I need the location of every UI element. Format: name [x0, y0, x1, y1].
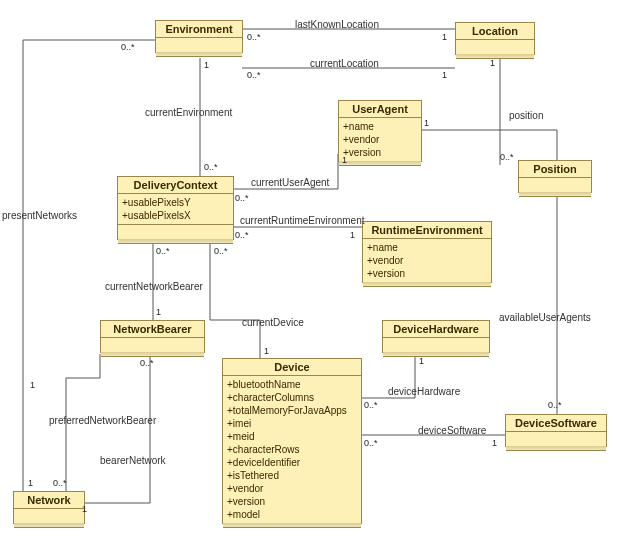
attr: +usablePixelsX — [122, 209, 229, 222]
mult: 1 — [442, 70, 447, 80]
class-title: Position — [519, 161, 591, 178]
assoc-currentnetworkbearer: currentNetworkBearer — [105, 281, 203, 292]
mult: 1 — [204, 60, 209, 70]
attr: +characterRows — [227, 443, 357, 456]
assoc-currentuseragent: currentUserAgent — [251, 177, 329, 188]
class-title: UserAgent — [339, 101, 421, 118]
attr: +characterColumns — [227, 391, 357, 404]
attr: +isTethered — [227, 469, 357, 482]
mult: 1 — [419, 356, 424, 366]
assoc-currentdevice: currentDevice — [242, 317, 304, 328]
class-position: Position — [518, 160, 592, 193]
mult: 0..* — [235, 193, 249, 203]
attr: +meid — [227, 430, 357, 443]
assoc-currentenvironment: currentEnvironment — [145, 107, 232, 118]
attr: +deviceIdentifier — [227, 456, 357, 469]
mult: 0..* — [140, 358, 154, 368]
mult: 1 — [492, 438, 497, 448]
assoc-presentnetworks: presentNetworks — [2, 210, 77, 221]
class-runtimeenvironment: RuntimeEnvironment +name +vendor +versio… — [362, 221, 492, 283]
class-title: NetworkBearer — [101, 321, 204, 338]
attr: +version — [227, 495, 357, 508]
mult: 1 — [350, 230, 355, 240]
class-title: Environment — [156, 21, 242, 38]
class-network: Network — [13, 491, 85, 524]
attr: +bluetoothName — [227, 378, 357, 391]
class-networkbearer: NetworkBearer — [100, 320, 205, 353]
mult: 0..* — [121, 42, 135, 52]
attr: +vendor — [227, 482, 357, 495]
attr: +name — [367, 241, 487, 254]
class-device: Device +bluetoothName +characterColumns … — [222, 358, 362, 524]
attr: +model — [227, 508, 357, 521]
attr: +imei — [227, 417, 357, 430]
class-devicesoftware: DeviceSoftware — [505, 414, 607, 447]
class-title: RuntimeEnvironment — [363, 222, 491, 239]
attr: +vendor — [367, 254, 487, 267]
mult: 0..* — [247, 32, 261, 42]
mult: 0..* — [364, 438, 378, 448]
assoc-preferrednetworkbearer: preferredNetworkBearer — [49, 415, 156, 426]
class-title: DeviceSoftware — [506, 415, 606, 432]
mult: 0..* — [204, 162, 218, 172]
mult: 1 — [264, 346, 269, 356]
attr: +version — [367, 267, 487, 280]
mult: 0..* — [548, 400, 562, 410]
attr: +vendor — [343, 133, 417, 146]
class-title: Device — [223, 359, 361, 376]
mult: 1 — [342, 155, 347, 165]
assoc-bearernetwork: bearerNetwork — [100, 455, 166, 466]
assoc-currentlocation: currentLocation — [310, 58, 379, 69]
mult: 0..* — [53, 478, 67, 488]
class-deliverycontext: DeliveryContext +usablePixelsY +usablePi… — [117, 176, 234, 240]
attr: +version — [343, 146, 417, 159]
attr: +usablePixelsY — [122, 196, 229, 209]
mult: 1 — [490, 58, 495, 68]
attr: +name — [343, 120, 417, 133]
assoc-position: position — [509, 110, 543, 121]
attr: +totalMemoryForJavaApps — [227, 404, 357, 417]
assoc-availableuseragents: availableUserAgents — [499, 312, 591, 323]
mult: 1 — [442, 32, 447, 42]
assoc-devicesoftware: deviceSoftware — [418, 425, 486, 436]
mult: 0..* — [214, 246, 228, 256]
class-title: Location — [456, 23, 534, 40]
class-location: Location — [455, 22, 535, 55]
mult: 1 — [30, 380, 35, 390]
mult: 0..* — [235, 230, 249, 240]
mult: 1 — [424, 118, 429, 128]
class-environment: Environment — [155, 20, 243, 53]
class-useragent: UserAgent +name +vendor +version — [338, 100, 422, 162]
class-title: Network — [14, 492, 84, 509]
mult: 0..* — [247, 70, 261, 80]
assoc-lastknownlocation: lastKnownLocation — [295, 19, 379, 30]
class-title: DeliveryContext — [118, 177, 233, 194]
class-title: DeviceHardware — [383, 321, 489, 338]
class-devicehardware: DeviceHardware — [382, 320, 490, 353]
mult: 1 — [156, 307, 161, 317]
assoc-currentruntimeenvironment: currentRuntimeEnvironment — [240, 215, 365, 226]
mult: 0..* — [364, 400, 378, 410]
assoc-devicehardware: deviceHardware — [388, 386, 460, 397]
mult: 0..* — [500, 152, 514, 162]
mult: 1 — [28, 478, 33, 488]
mult: 1 — [82, 504, 87, 514]
mult: 0..* — [156, 246, 170, 256]
